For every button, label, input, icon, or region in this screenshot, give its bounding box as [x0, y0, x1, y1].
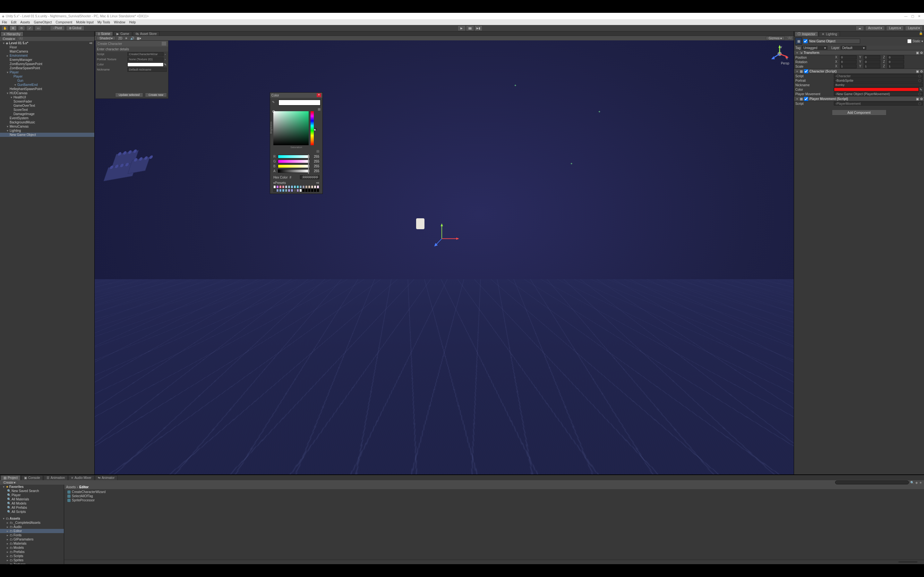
a-slider[interactable]	[278, 169, 310, 173]
transform-header[interactable]: Transform	[804, 51, 819, 55]
preset-swatch[interactable]	[308, 185, 310, 189]
eyedropper-icon[interactable]: ✎	[272, 100, 276, 105]
preset-swatch[interactable]	[302, 185, 305, 189]
preset-swatch[interactable]	[282, 189, 284, 192]
character-enabled-checkbox[interactable]	[804, 69, 808, 73]
nickname-field[interactable]: Bomby	[834, 83, 923, 87]
hierarchy-item[interactable]: New Game Object	[0, 133, 94, 137]
preset-swatch[interactable]	[311, 185, 313, 189]
favorites-header[interactable]: ▾★Favorites	[0, 485, 64, 489]
game-tab[interactable]: ▶Game	[113, 31, 132, 35]
color-picker-close-button[interactable]: ×	[317, 93, 321, 97]
preset-swatch[interactable]	[288, 185, 290, 189]
asset-folder[interactable]: ▸🗀Editor	[0, 529, 64, 533]
project-tab[interactable]: ▤Project	[1, 475, 21, 480]
asset-folder[interactable]: ▸🗀Sprites	[0, 558, 64, 562]
preset-swatch[interactable]	[282, 185, 284, 189]
scale-z[interactable]: 1	[887, 64, 904, 68]
scene-header[interactable]: ▾◈ Level 01 5.x* •≡	[0, 41, 94, 45]
preset-swatch[interactable]	[285, 185, 288, 189]
wizard-portrait-field[interactable]: None (Texture 2D)	[128, 57, 164, 61]
hierarchy-item[interactable]: ScreenFader	[0, 99, 94, 103]
menu-my-tools[interactable]: My Tools	[97, 21, 110, 24]
project-file[interactable]: CreateCharacterWizard	[65, 490, 923, 494]
hierarchy-item[interactable]: ▾HealthUI	[0, 95, 94, 99]
g-value[interactable]: 255	[311, 160, 319, 163]
preset-swatch[interactable]	[317, 185, 319, 189]
project-thumbnail-slider[interactable]	[64, 560, 924, 564]
asset-folder[interactable]: ▸🗀Materials	[0, 542, 64, 546]
cloud-button[interactable]: ☁	[856, 26, 864, 31]
pm-enabled-checkbox[interactable]	[804, 97, 808, 101]
hierarchy-item[interactable]: HellephantSpawnPoint	[0, 87, 94, 91]
g-slider[interactable]	[278, 160, 310, 163]
gameobject-active-checkbox[interactable]	[803, 39, 808, 43]
move-tool-button[interactable]: ✥	[10, 26, 17, 31]
preset-swatch[interactable]	[291, 185, 293, 189]
wizard-close-icon[interactable]	[162, 42, 166, 45]
scale-y[interactable]: 1	[864, 64, 880, 68]
layers-dropdown[interactable]: Layers▾	[886, 26, 904, 31]
audiomixer-tab[interactable]: ≡Audio Mixer	[68, 475, 94, 480]
preset-swatch[interactable]	[299, 189, 302, 192]
animator-tab[interactable]: ⇆Animator	[95, 475, 118, 480]
project-breadcrumb[interactable]: Assets › Editor	[64, 485, 924, 489]
scene-viewport[interactable]: ✦ ✦ ✦ 🔊 🔊	[95, 40, 794, 474]
hierarchy-item[interactable]: ▾MenuCanvas	[0, 124, 94, 129]
b-value[interactable]: 255	[311, 164, 319, 168]
light-toggle-icon[interactable]: ☀	[125, 37, 128, 40]
preset-swatch[interactable]	[302, 189, 305, 192]
rot-y[interactable]: 0	[864, 60, 880, 64]
audio-toggle-icon[interactable]: 🔊	[130, 37, 134, 40]
r-slider[interactable]	[278, 155, 310, 158]
global-toggle[interactable]: ⊕Global	[66, 26, 84, 31]
hierarchy-create-dropdown[interactable]: Create▾	[1, 37, 16, 41]
scale-x[interactable]: 1	[840, 64, 857, 68]
project-search[interactable]	[835, 480, 909, 484]
step-button[interactable]: ▶▮	[474, 25, 483, 31]
hierarchy-item[interactable]: ▾GunBarrelEnd	[0, 83, 94, 87]
preset-swatch[interactable]	[314, 189, 317, 192]
wizard-nickname-field[interactable]: Default nickname	[128, 68, 167, 72]
presets-options-icon[interactable]: •≡	[317, 181, 319, 185]
asset-folder[interactable]: ▸🗀_CompletedAssets	[0, 521, 64, 525]
asset-folder[interactable]: ▸🗀Fonts	[0, 533, 64, 537]
hierarchy-item[interactable]: DamageImage	[0, 112, 94, 116]
pos-x[interactable]: 0	[840, 55, 857, 59]
update-selected-button[interactable]: Update selected	[115, 93, 143, 97]
player-movement-ref-field[interactable]: ▫New Game Object (PlayerMovement)	[834, 92, 923, 96]
preset-swatch[interactable]	[317, 189, 319, 192]
asset-folder[interactable]: ▸🗀GIParamaters	[0, 537, 64, 542]
asset-folder[interactable]: ▸🗀Scripts	[0, 554, 64, 558]
tag-dropdown[interactable]: Untagged▾	[802, 46, 827, 50]
menu-mobile-input[interactable]: Mobile Input	[76, 21, 94, 24]
help-icon[interactable]: ▣	[916, 51, 919, 55]
hierarchy-tab[interactable]: ≡Hierarchy	[1, 31, 23, 36]
preset-swatch[interactable]	[308, 189, 310, 192]
preset-swatch[interactable]	[305, 185, 308, 189]
static-checkbox[interactable]	[907, 39, 911, 43]
rot-x[interactable]: 0	[840, 60, 857, 64]
hierarchy-item[interactable]: ZomBearSpawnPoint	[0, 66, 94, 70]
project-create-dropdown[interactable]: Create▾	[2, 480, 17, 484]
preset-swatch[interactable]	[299, 185, 302, 189]
hierarchy-item[interactable]: Gun	[0, 79, 94, 83]
preset-swatch[interactable]	[294, 189, 296, 192]
object-picker-icon[interactable]: ◦	[164, 58, 167, 61]
play-button[interactable]: ▶	[457, 25, 466, 31]
gear-icon[interactable]: ✿	[920, 97, 923, 101]
hierarchy-item[interactable]: ▸Environment	[0, 53, 94, 58]
asset-folder[interactable]: ▸🗀Audio	[0, 525, 64, 529]
favorite-save-icon[interactable]: ★	[919, 481, 922, 484]
console-tab[interactable]: ▣Console	[21, 475, 43, 480]
persp-label[interactable]: Persp	[781, 61, 789, 65]
favorite-item[interactable]: 🔍All Prefabs	[0, 506, 64, 510]
preset-swatch[interactable]	[294, 185, 296, 189]
hierarchy-item[interactable]: MainCamera	[0, 49, 94, 53]
preset-swatch[interactable]	[279, 185, 282, 189]
favorite-item[interactable]: 🔍All Models	[0, 501, 64, 506]
pos-y[interactable]: 0	[864, 55, 880, 59]
hex-input[interactable]	[300, 175, 319, 179]
gameobject-name-field[interactable]	[809, 39, 860, 44]
help-icon[interactable]: ▣	[916, 97, 919, 101]
